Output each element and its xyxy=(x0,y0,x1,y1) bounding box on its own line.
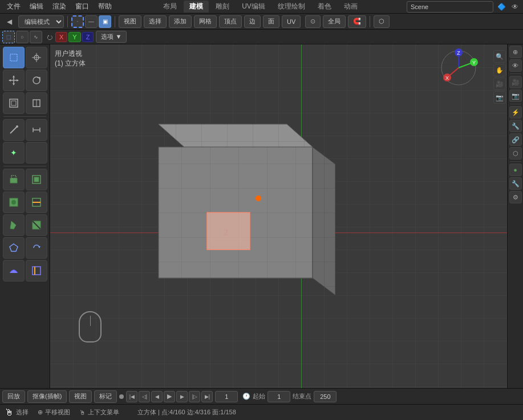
constraints-icon[interactable]: 🔗 xyxy=(509,133,522,146)
mouse-middle-icon: ⊕ xyxy=(38,409,43,416)
object-props-icon[interactable]: ⚙ xyxy=(509,191,522,203)
menu-render[interactable]: 渲染 xyxy=(48,1,71,13)
marker-btn[interactable]: 标记 xyxy=(94,390,117,403)
move-tool-btn[interactable] xyxy=(3,70,25,91)
object-data-icon[interactable]: ⬡ xyxy=(509,147,522,160)
view-props-icon[interactable]: 👁 xyxy=(509,59,522,72)
menu-help[interactable]: 帮助 xyxy=(94,1,116,13)
mouse-left-icon: 🖱 xyxy=(5,407,14,418)
select-tool-btn[interactable] xyxy=(3,47,25,68)
material-icon[interactable]: ● xyxy=(509,164,522,176)
zoom-in-btn[interactable]: 🔍 xyxy=(493,50,506,63)
tab-layout[interactable]: 布局 xyxy=(157,1,183,13)
interpolation-btn[interactable]: 抠像(插帧) xyxy=(27,390,67,403)
tool-props-icon[interactable]: ⊕ xyxy=(509,46,522,58)
tab-shading[interactable]: 着色 xyxy=(312,1,337,13)
current-frame-input[interactable] xyxy=(215,391,238,402)
tab-animation[interactable]: 动画 xyxy=(338,1,363,13)
view-icon[interactable]: 👁 xyxy=(509,1,521,13)
face-mode-btn[interactable]: ▣ xyxy=(99,15,111,28)
tab-uv[interactable]: UV编辑 xyxy=(236,1,271,13)
tab-sculpt[interactable]: 雕刻 xyxy=(210,1,235,13)
prev-keyframe-btn[interactable]: ◁| xyxy=(139,391,150,402)
uv-menu-btn[interactable]: UV xyxy=(282,15,301,28)
snap-btn[interactable]: 🧲 xyxy=(348,15,366,28)
loop-cut-btn[interactable] xyxy=(26,191,47,213)
proportional-label[interactable]: 全局 xyxy=(323,15,346,28)
box-select-icon[interactable]: ⬚ xyxy=(2,31,15,43)
modifier-icon[interactable]: 🔧 xyxy=(509,177,522,190)
scene-props-icon[interactable]: 🎥 xyxy=(509,76,522,88)
render-props-icon[interactable]: 📷 xyxy=(509,89,522,102)
jump-end-btn[interactable]: ▶| xyxy=(201,391,213,402)
rotate-tool-btn[interactable] xyxy=(26,70,47,91)
transform-orient-btn[interactable]: ⬡ xyxy=(374,15,390,28)
inset-btn[interactable] xyxy=(26,169,47,190)
start-frame-input[interactable] xyxy=(267,391,290,402)
viewport[interactable]: 2 用户透视 (1) 立方体 Z Y X xyxy=(50,44,507,388)
mesh-menu-btn[interactable]: 网格 xyxy=(194,15,217,28)
action-select-label: 选择 xyxy=(16,408,29,417)
keyframe-indicator[interactable] xyxy=(119,394,124,399)
transform-tool-btn[interactable] xyxy=(26,92,47,114)
bevel-btn[interactable] xyxy=(3,191,25,213)
edge-menu-btn[interactable]: 边 xyxy=(244,15,261,28)
bisect-btn[interactable] xyxy=(26,214,47,236)
engine-icon[interactable]: 🔷 xyxy=(496,1,507,13)
mode-selector[interactable]: 编辑模式 xyxy=(18,15,64,28)
spin-btn[interactable] xyxy=(26,237,47,259)
lasso-select-icon[interactable]: ∿ xyxy=(30,31,42,43)
circle-select-icon[interactable]: ○ xyxy=(16,31,29,43)
knife-btn[interactable] xyxy=(3,214,25,236)
svg-marker-6 xyxy=(9,79,11,81)
mode-icon[interactable]: ◀ xyxy=(2,16,16,27)
cursor-tool-btn[interactable] xyxy=(26,47,47,68)
poly-build-btn[interactable] xyxy=(3,237,25,259)
particles-icon[interactable]: ⚡ xyxy=(509,106,522,119)
menu-window[interactable]: 窗口 xyxy=(71,1,94,13)
next-frame-btn[interactable]: ▶ xyxy=(176,391,188,402)
jump-start-btn[interactable]: |◀ xyxy=(126,391,137,402)
svg-marker-29 xyxy=(10,244,18,251)
tab-texture-paint[interactable]: 纹理绘制 xyxy=(272,1,311,13)
prev-frame-btn[interactable]: ◀ xyxy=(151,391,163,402)
annotate-btn[interactable] xyxy=(3,119,25,141)
extrude-btn[interactable] xyxy=(3,169,25,190)
options-btn[interactable]: 选项 ▼ xyxy=(96,31,127,43)
tab-modeling[interactable]: 建模 xyxy=(184,1,209,13)
add-mesh-btn[interactable]: ✦ xyxy=(3,142,25,164)
rp-sep-3 xyxy=(510,161,521,162)
pan-btn[interactable]: ✋ xyxy=(493,64,506,76)
y-axis-btn[interactable]: Y xyxy=(68,32,80,42)
measure-btn[interactable] xyxy=(26,119,47,141)
timeline-view-btn[interactable]: 视图 xyxy=(69,390,92,403)
next-keyframe-btn[interactable]: |▷ xyxy=(189,391,200,402)
menu-edit[interactable]: 编辑 xyxy=(25,1,48,13)
select-menu-btn[interactable]: 选择 xyxy=(144,15,167,28)
sidebar-sep-1 xyxy=(3,116,46,117)
add-menu-btn[interactable]: 添加 xyxy=(169,15,192,28)
vertex-menu-btn[interactable]: 顶点 xyxy=(219,15,242,28)
empty-btn-1[interactable] xyxy=(26,142,47,164)
proportional-btn[interactable]: ⊙ xyxy=(305,15,321,28)
smooth-btn[interactable] xyxy=(3,260,25,282)
menu-file[interactable]: 文件 xyxy=(2,1,25,13)
play-btn[interactable]: ▶ xyxy=(164,391,175,402)
svg-marker-4 xyxy=(13,75,15,78)
edge-slide-btn[interactable] xyxy=(26,260,47,282)
perspective-btn[interactable]: 📷 xyxy=(493,91,506,104)
physics-icon[interactable]: 🔧 xyxy=(509,120,522,132)
vertex-mode-btn[interactable]: · xyxy=(71,15,84,28)
mouse-right-icon: 🖱 xyxy=(79,409,86,416)
rp-sep-1 xyxy=(510,74,521,74)
edge-mode-btn[interactable]: — xyxy=(85,15,98,28)
scale-tool-btn[interactable] xyxy=(3,92,25,114)
playback-menu-btn[interactable]: 回放 xyxy=(2,390,25,403)
camera-btn[interactable]: 🎥 xyxy=(493,78,506,90)
view-menu-btn[interactable]: 视图 xyxy=(119,15,141,28)
face-menu-btn[interactable]: 面 xyxy=(263,15,279,28)
end-frame-input[interactable] xyxy=(314,391,336,402)
z-axis-btn[interactable]: Z xyxy=(82,32,94,42)
scene-selector[interactable] xyxy=(407,1,493,13)
x-axis-btn[interactable]: X xyxy=(55,32,67,42)
